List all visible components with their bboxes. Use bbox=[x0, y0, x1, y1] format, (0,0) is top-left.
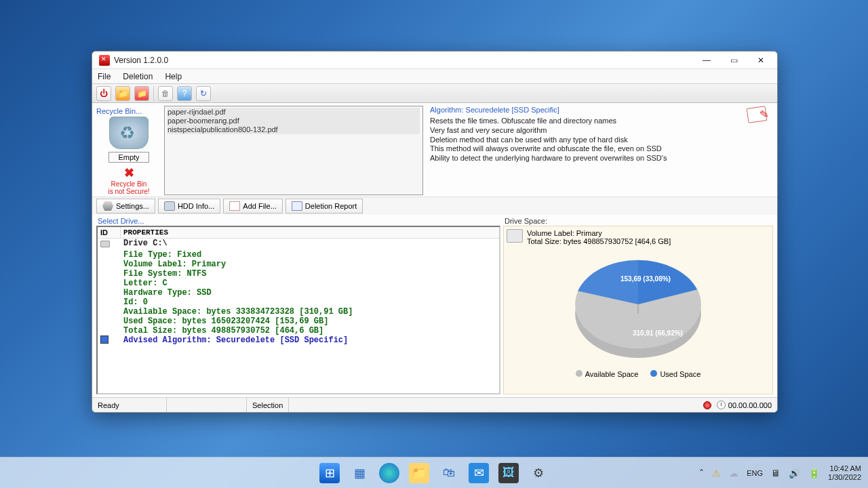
record-icon bbox=[703, 401, 711, 409]
total-size-text: Total Size: bytes 498857930752 [464,6 GB… bbox=[527, 237, 671, 245]
recycle-bin-icon[interactable] bbox=[109, 117, 149, 149]
close-button[interactable]: ✕ bbox=[747, 53, 774, 68]
store-icon[interactable]: 🛍 bbox=[439, 463, 459, 483]
settings-icon[interactable]: ⚙ bbox=[528, 463, 549, 483]
avail-slice-label: 310,91 (66,92%) bbox=[633, 329, 683, 337]
menu-help[interactable]: Help bbox=[165, 72, 182, 81]
file-list[interactable]: paper-rijndael.pdf paper-boomerang.pdf n… bbox=[164, 106, 423, 195]
advised-icon bbox=[100, 336, 108, 344]
column-properties[interactable]: PROPERTIES bbox=[121, 227, 499, 238]
status-timer: 00.00.00.000 bbox=[728, 401, 777, 409]
battery-icon[interactable]: 🔋 bbox=[808, 468, 820, 479]
status-progress bbox=[167, 398, 247, 412]
app-icon bbox=[99, 55, 110, 66]
window-title: Version 1.2.0.0 bbox=[114, 56, 693, 65]
menu-file[interactable]: File bbox=[98, 72, 111, 81]
app-window: Version 1.2.0.0 — ▭ ✕ File Deletion Help… bbox=[92, 51, 778, 413]
status-bar: Ready Selection 00.00.00.000 bbox=[92, 397, 777, 412]
volume-icon[interactable]: 🔊 bbox=[789, 468, 800, 479]
not-secure-icon: ✖ bbox=[96, 165, 161, 180]
explorer-icon[interactable]: 📁 bbox=[409, 463, 429, 483]
help-icon[interactable]: ? bbox=[177, 86, 192, 101]
not-secure-label: Recycle Binis not Secure! bbox=[96, 180, 161, 195]
settings-button[interactable]: Settings... bbox=[96, 199, 155, 214]
chevron-up-icon[interactable]: ˄ bbox=[699, 468, 704, 479]
list-item[interactable]: paper-rijndael.pdf bbox=[167, 108, 420, 117]
open-folder-icon[interactable]: 📁 bbox=[115, 86, 130, 101]
add-file-button[interactable]: Add File... bbox=[223, 199, 283, 214]
maximize-button[interactable]: ▭ bbox=[720, 53, 747, 68]
legend-dot-avail bbox=[576, 370, 583, 377]
open-folder-red-icon[interactable]: 📁 bbox=[134, 86, 149, 101]
empty-button[interactable]: Empty bbox=[108, 152, 149, 163]
gear-icon bbox=[102, 201, 113, 211]
edge-icon[interactable] bbox=[379, 463, 399, 483]
taskbar[interactable]: ⊞ ▦ 📁 🛍 ✉ 🖼 ⚙ ˄ ⚠ ☁ ENG 🖥 🔊 🔋 10:42 AM 1… bbox=[0, 457, 868, 488]
minimize-button[interactable]: — bbox=[693, 53, 720, 68]
volume-label-text: Volume Label: Primary bbox=[527, 229, 671, 237]
language-indicator[interactable]: ENG bbox=[747, 469, 763, 477]
used-slice-label: 153,69 (33,08%) bbox=[620, 275, 671, 283]
titlebar[interactable]: Version 1.2.0.0 — ▭ ✕ bbox=[92, 52, 777, 69]
algorithm-panel: Algorithm: Securedelete [SSD Specific] R… bbox=[426, 106, 773, 195]
report-icon bbox=[292, 201, 302, 211]
volume-icon bbox=[507, 229, 523, 243]
column-id[interactable]: ID bbox=[98, 227, 121, 238]
drive-space-panel: Volume Label: Primary Total Size: bytes … bbox=[503, 226, 773, 394]
hdd-info-button[interactable]: HDD Info... bbox=[158, 199, 220, 214]
hdd-icon bbox=[164, 201, 175, 211]
tray-clock[interactable]: 10:42 AM 1/30/2022 bbox=[828, 464, 861, 481]
drive-space-label: Drive Space: bbox=[503, 216, 773, 226]
legend-dot-used bbox=[650, 370, 657, 377]
status-ready: Ready bbox=[92, 398, 167, 412]
pie-chart: 153,69 (33,08%) 310,91 (66,92%) bbox=[568, 251, 709, 365]
trash-icon[interactable]: 🗑 bbox=[158, 86, 173, 101]
add-file-icon bbox=[229, 201, 240, 211]
drive-properties-list[interactable]: ID PROPERTIES Drive C:\ File Type: Fixed… bbox=[96, 226, 500, 394]
deletion-report-button[interactable]: Deletion Report bbox=[285, 199, 363, 214]
select-drive-label: Select Drive... bbox=[96, 216, 500, 226]
recycle-bin-label: Recycle Bin... bbox=[96, 107, 161, 115]
status-selection: Selection bbox=[247, 398, 289, 412]
refresh-icon[interactable]: ↻ bbox=[196, 86, 211, 101]
notepad-icon[interactable] bbox=[747, 106, 768, 123]
menu-deletion[interactable]: Deletion bbox=[123, 72, 153, 81]
list-item[interactable]: nistspecialpublication800-132.pdf bbox=[167, 125, 420, 134]
toolbar: ⏻ 📁 📁 🗑 ? ↻ bbox=[92, 84, 777, 103]
list-item[interactable]: paper-boomerang.pdf bbox=[167, 117, 420, 125]
clock-icon bbox=[717, 401, 726, 409]
security-icon[interactable]: ⚠ bbox=[712, 468, 721, 479]
action-row: Settings... HDD Info... Add File... Dele… bbox=[92, 197, 777, 215]
algorithm-title: Algorithm: Securedelete [SSD Specific] bbox=[430, 106, 769, 114]
photos-icon[interactable]: 🖼 bbox=[498, 463, 519, 483]
menubar: File Deletion Help bbox=[92, 69, 777, 84]
toolbar-separator bbox=[153, 86, 154, 101]
recycle-bin-panel: Recycle Bin... Empty ✖ Recycle Binis not… bbox=[96, 106, 161, 195]
network-icon[interactable]: 🖥 bbox=[771, 468, 781, 479]
start-button[interactable]: ⊞ bbox=[319, 463, 340, 483]
power-icon[interactable]: ⏻ bbox=[96, 86, 111, 101]
weather-icon[interactable]: ☁ bbox=[729, 468, 738, 479]
mail-icon[interactable]: ✉ bbox=[469, 463, 489, 483]
task-view-icon[interactable]: ▦ bbox=[349, 463, 370, 483]
drive-icon bbox=[100, 241, 110, 247]
